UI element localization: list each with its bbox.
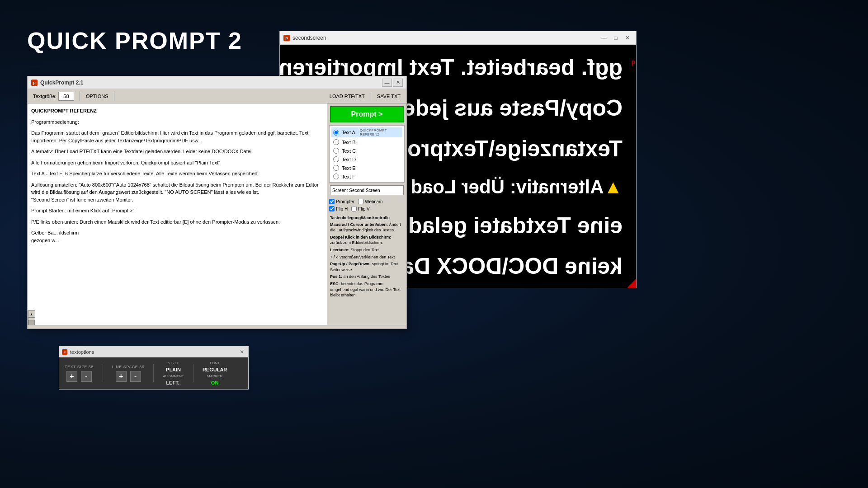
- qp-window-controls: — ✕: [382, 79, 403, 87]
- textsize-group-label: TEXT SIZE 58: [65, 365, 94, 369]
- quickprompt-titlebar: p QuickPrompt 2.1 — ✕: [28, 76, 406, 89]
- p-marker: p: [631, 58, 635, 66]
- load-button[interactable]: LOAD RTF/TXT: [326, 90, 369, 102]
- toolbar-separator-3: [371, 91, 371, 101]
- editor-content[interactable]: QUICKPROMPT REFERENZ Programmbedienung: …: [28, 103, 327, 310]
- webcam-label: Webcam: [365, 199, 382, 204]
- text-slot-e[interactable]: Text E: [331, 164, 402, 172]
- editor-line-6: Text A - Text F: 6 Speicherplätze für ve…: [31, 170, 323, 178]
- text-slot-e-label: Text E: [342, 165, 356, 171]
- checkbox-section: Prompter Webcam Flip H Flip V: [329, 198, 405, 212]
- screen-section: [329, 184, 405, 196]
- page-title: QUICK PROMPT 2: [27, 27, 242, 54]
- textsize-group: TEXT SIZE 58 + -: [65, 365, 94, 382]
- flip-v-checkbox[interactable]: [351, 206, 357, 211]
- marker-value: ON: [211, 380, 219, 385]
- toolbar-separator-1: [80, 91, 80, 101]
- editor-line-8: Prompt Starten: mit einem Klick auf "Pro…: [31, 207, 323, 215]
- editor-line-10: Gelber Ba... ildschirmgezogen w...: [31, 229, 323, 244]
- editor-line-3: Das Programm startet auf dem "grauen" Ed…: [31, 129, 323, 144]
- second-screen-app-icon: p: [283, 35, 290, 41]
- scroll-up-arrow[interactable]: ▲: [28, 310, 35, 318]
- text-slot-b-label: Text B: [342, 140, 356, 145]
- style-value: PLAIN: [166, 367, 181, 372]
- second-screen-minimize-button[interactable]: —: [599, 34, 609, 42]
- kb-item-4: + / -: vergrößert/verkleinert den Text: [330, 254, 404, 260]
- second-screen-close-button[interactable]: ✕: [623, 34, 632, 42]
- textsize-buttons: + -: [66, 371, 92, 382]
- kb-item-7: ESC: beendet das Programm umgehend egal …: [330, 281, 404, 298]
- flip-h-checkbox-label[interactable]: Flip H: [329, 206, 348, 211]
- text-slot-f-radio[interactable]: [333, 174, 339, 179]
- textsize-display: Textgröße:: [29, 92, 78, 101]
- text-slot-d-radio[interactable]: [333, 156, 339, 162]
- text-slot-d[interactable]: Text D: [331, 155, 402, 163]
- textoptions-title: p textoptions: [62, 349, 94, 355]
- editor-line-1: QUICKPROMPT REFERENZ: [31, 107, 323, 115]
- linespace-group: LINE SPACE 86 + -: [112, 365, 144, 382]
- flip-v-label: Flip V: [358, 206, 370, 211]
- textsize-plus-button[interactable]: +: [66, 371, 77, 382]
- editor-line-2: Programmbedienung:: [31, 118, 323, 126]
- text-slot-c[interactable]: Text C: [331, 147, 402, 155]
- font-label: FONT: [210, 361, 220, 365]
- text-slot-f-label: Text F: [342, 174, 355, 179]
- flip-h-checkbox[interactable]: [329, 206, 335, 211]
- prompt-button[interactable]: Prompt >: [330, 106, 404, 122]
- quickprompt-editor: QUICKPROMPT REFERENZ Programmbedienung: …: [28, 103, 327, 325]
- text-slot-c-radio[interactable]: [333, 148, 339, 154]
- text-slot-a[interactable]: Text A QUICKPROMPTREFERENZ: [331, 127, 402, 137]
- quickprompt-toolbar: Textgröße: OPTIONS LOAD RTF/TXT SAVE TXT: [28, 89, 406, 103]
- textoptions-titlebar: p textoptions ✕: [59, 347, 248, 357]
- second-screen-title-text: secondscreen: [292, 35, 326, 41]
- qp-resize-handle[interactable]: [28, 325, 406, 328]
- second-screen-maximize-button[interactable]: □: [611, 34, 621, 42]
- textoptions-content: TEXT SIZE 58 + - LINE SPACE 86 + - STYLE…: [59, 357, 248, 389]
- text-slot-a-radio[interactable]: [333, 130, 339, 136]
- text-slot-e-radio[interactable]: [333, 165, 339, 171]
- textoptions-title-text: textoptions: [70, 349, 94, 355]
- prompter-checkbox-label[interactable]: Prompter: [329, 199, 354, 204]
- text-slot-f[interactable]: Text F: [331, 173, 402, 180]
- editor-scrollbar[interactable]: ▲ ▼: [28, 310, 35, 325]
- screen-label-input[interactable]: [330, 185, 404, 195]
- quickprompt-right-panel: Prompt > Text A QUICKPROMPTREFERENZ Text…: [327, 103, 406, 325]
- prompter-checkbox[interactable]: [329, 199, 335, 204]
- editor-line-9: P/E links oben unten: Durch einen Mauskl…: [31, 218, 323, 226]
- style-group: STYLE PLAIN ALIGNMENT LEFT..: [163, 361, 184, 385]
- text-slot-a-preview: QUICKPROMPTREFERENZ: [360, 128, 387, 136]
- webcam-checkbox-label[interactable]: Webcam: [358, 199, 382, 204]
- text-slot-b[interactable]: Text B: [331, 138, 402, 146]
- qp-close-button[interactable]: ✕: [393, 79, 403, 87]
- text-slot-b-radio[interactable]: [333, 139, 339, 145]
- to-divider-2: [153, 364, 154, 382]
- textoptions-bar: p textoptions ✕ TEXT SIZE 58 + - LINE SP…: [59, 346, 249, 389]
- qp-title-text: QuickPrompt 2.1: [40, 80, 83, 86]
- to-divider-3: [193, 364, 193, 382]
- font-value: REGULAR: [203, 367, 227, 372]
- kb-item-5: PageUp / PageDown: springt im Text Seite…: [330, 261, 404, 272]
- qp-minimize-button[interactable]: —: [382, 79, 392, 87]
- linespace-plus-button[interactable]: +: [116, 371, 127, 382]
- scroll-thumb[interactable]: [28, 320, 35, 325]
- webcam-checkbox[interactable]: [358, 199, 363, 204]
- flip-v-checkbox-label[interactable]: Flip V: [351, 206, 370, 211]
- textsize-input[interactable]: [58, 92, 74, 101]
- linespace-group-label: LINE SPACE 86: [112, 365, 144, 369]
- textoptions-close-button[interactable]: ✕: [238, 348, 245, 356]
- textsize-label: Textgröße:: [33, 94, 57, 99]
- alignment-label: ALIGNMENT: [163, 374, 184, 378]
- quickprompt-main: QUICKPROMPT REFERENZ Programmbedienung: …: [28, 103, 406, 325]
- save-button[interactable]: SAVE TXT: [373, 90, 405, 102]
- linespace-minus-button[interactable]: -: [130, 371, 141, 382]
- font-group: FONT REGULAR MARKER ON: [203, 361, 227, 385]
- text-slot-d-label: Text D: [342, 157, 356, 162]
- options-button[interactable]: OPTIONS: [82, 90, 113, 102]
- style-label: STYLE: [168, 361, 179, 365]
- linespace-buttons: + -: [116, 371, 141, 382]
- keyboard-title: Tastenbelegung/Mauskontrolle: [330, 215, 404, 221]
- second-screen-titlebar: p secondscreen — □ ✕: [280, 31, 636, 45]
- textoptions-app-icon: p: [62, 349, 67, 355]
- checkbox-row-2: Flip H Flip V: [329, 205, 405, 212]
- textsize-minus-button[interactable]: -: [81, 371, 92, 382]
